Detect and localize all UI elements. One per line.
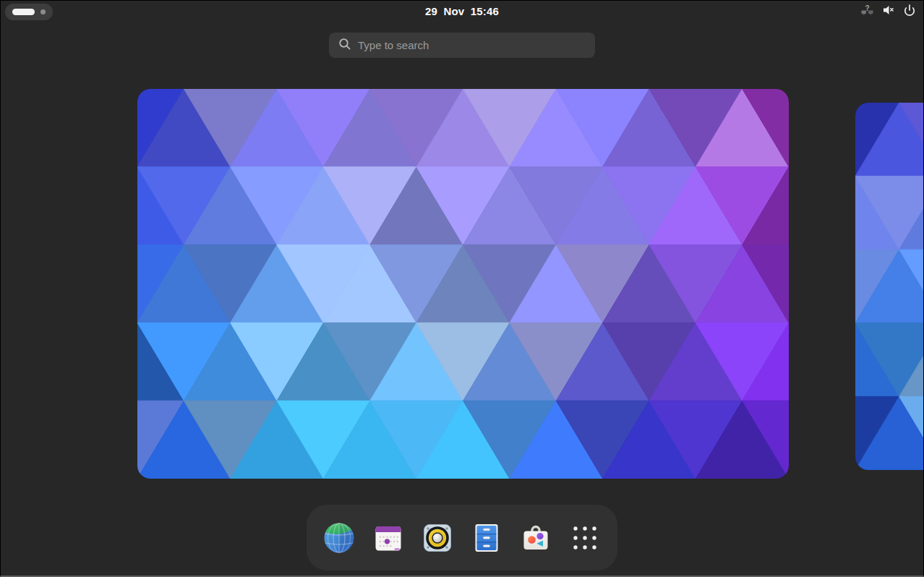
wallpaper-workspace-1 — [137, 89, 789, 479]
gnome-activities-overview: 29 Nov 15:46 ? — [0, 0, 924, 577]
app-files[interactable] — [466, 518, 507, 558]
workspace-indicator[interactable] — [5, 4, 53, 20]
search-icon — [338, 38, 351, 54]
search-input[interactable] — [358, 39, 588, 51]
top-bar: 29 Nov 15:46 ? — [1, 1, 923, 22]
show-applications-button[interactable] — [565, 518, 605, 558]
workspace-thumbnail-2[interactable] — [855, 103, 924, 470]
wallpaper-workspace-2 — [855, 103, 924, 470]
file-cabinet-icon — [469, 521, 504, 555]
app-software[interactable] — [516, 518, 556, 558]
network-unknown-icon: ? — [860, 4, 874, 20]
workspace-thumbnail-1[interactable] — [137, 89, 789, 479]
search-bar — [329, 33, 595, 58]
active-workspace-pill[interactable] — [12, 9, 35, 15]
calendar-icon — [371, 521, 406, 555]
shopping-bag-icon — [518, 521, 553, 555]
app-grid-icon — [568, 521, 602, 555]
clock[interactable]: 29 Nov 15:46 — [425, 1, 499, 22]
svg-text:?: ? — [865, 4, 869, 12]
app-calendar[interactable] — [368, 518, 408, 558]
globe-icon — [322, 521, 356, 555]
dash — [307, 505, 617, 570]
app-web-browser[interactable] — [319, 518, 359, 558]
inactive-workspace-dot[interactable] — [40, 9, 46, 14]
speaker-icon — [420, 521, 455, 555]
power-icon — [903, 4, 916, 20]
volume-muted-icon — [882, 4, 895, 20]
app-music-player[interactable] — [417, 518, 458, 558]
system-status-area[interactable]: ? — [860, 1, 916, 22]
